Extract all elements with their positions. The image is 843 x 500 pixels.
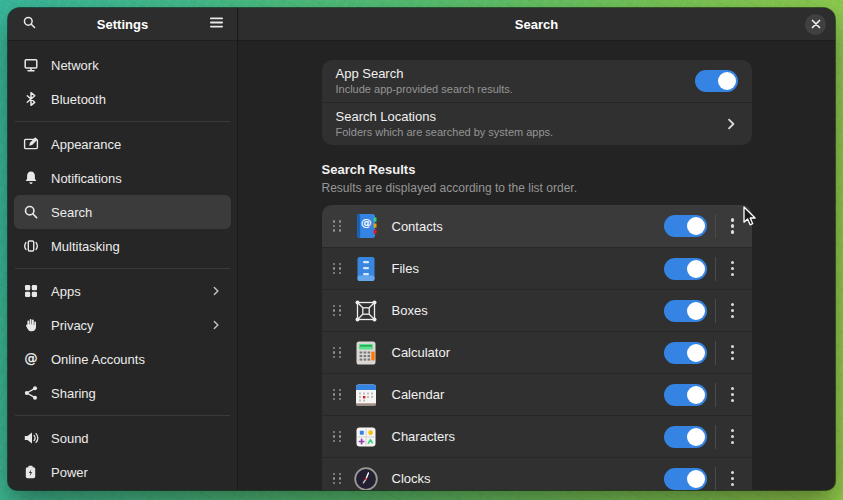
sidebar-item-label: Network — [51, 58, 99, 73]
network-icon — [23, 57, 39, 73]
result-label: Calculator — [392, 345, 664, 360]
drag-handle[interactable] — [333, 473, 342, 485]
search-button[interactable] — [15, 11, 43, 37]
result-toggle[interactable] — [664, 468, 707, 490]
result-toggle[interactable] — [664, 384, 707, 406]
battery-icon — [23, 464, 39, 480]
result-label: Files — [392, 261, 664, 276]
drag-handle[interactable] — [333, 431, 342, 443]
svg-text:@: @ — [24, 351, 38, 366]
result-label: Clocks — [392, 471, 664, 486]
kebab-menu-button[interactable] — [724, 214, 742, 237]
sidebar-separator — [15, 415, 230, 416]
result-label: Characters — [392, 429, 664, 444]
result-toggle[interactable] — [664, 300, 707, 322]
result-label: Boxes — [392, 303, 664, 318]
desktop-background: Settings Network — [0, 0, 843, 500]
page-title: Search — [238, 17, 835, 32]
drag-handle[interactable] — [333, 263, 342, 275]
kebab-menu-button[interactable] — [724, 341, 742, 364]
sidebar-item-sound[interactable]: Sound — [14, 421, 231, 455]
kebab-menu-button[interactable] — [724, 467, 742, 490]
sidebar-nav: Network Bluetooth Appearance — [8, 41, 237, 490]
kebab-menu-button[interactable] — [724, 425, 742, 448]
calendar-app-icon — [353, 382, 379, 408]
result-row-contacts: @ Contacts — [322, 205, 752, 247]
result-toggle[interactable] — [664, 258, 707, 280]
characters-app-icon — [353, 424, 379, 450]
search-icon — [23, 204, 39, 220]
kebab-menu-button[interactable] — [724, 299, 742, 322]
result-toggle[interactable] — [664, 342, 707, 364]
result-row-calendar: Calendar — [322, 373, 752, 415]
settings-window: Settings Network — [8, 8, 835, 490]
result-toggle[interactable] — [664, 426, 707, 448]
sidebar-item-apps[interactable]: Apps — [14, 274, 231, 308]
row-divider — [715, 425, 716, 449]
row-divider — [715, 341, 716, 365]
result-label: Calendar — [392, 387, 664, 402]
sidebar-separator — [15, 268, 230, 269]
apps-grid-icon — [23, 283, 39, 299]
sidebar-item-online-accounts[interactable]: @ Online Accounts — [14, 342, 231, 376]
sidebar-item-bluetooth[interactable]: Bluetooth — [14, 82, 231, 116]
drag-handle[interactable] — [333, 305, 342, 317]
sidebar-item-privacy[interactable]: Privacy — [14, 308, 231, 342]
sidebar-item-appearance[interactable]: Appearance — [14, 127, 231, 161]
kebab-menu-button[interactable] — [724, 383, 742, 406]
drag-handle[interactable] — [333, 347, 342, 359]
result-toggle[interactable] — [664, 215, 707, 237]
search-results-heading: Search Results — [322, 161, 752, 178]
notifications-bell-icon — [23, 170, 39, 186]
app-search-row: App Search Include app-provided search r… — [322, 60, 752, 102]
appearance-icon — [23, 136, 39, 152]
sidebar-item-label: Sharing — [51, 386, 96, 401]
main-pane: Search App Search Include app-provided s — [237, 8, 835, 490]
result-row-files: Files — [322, 247, 752, 289]
clocks-app-icon — [353, 466, 379, 491]
close-button[interactable] — [805, 14, 826, 35]
result-row-calculator: Calculator — [322, 331, 752, 373]
result-row-boxes: Boxes — [322, 289, 752, 331]
boxes-app-icon — [353, 298, 379, 324]
sidebar-item-sharing[interactable]: Sharing — [14, 376, 231, 410]
chevron-right-icon — [210, 319, 222, 331]
chevron-right-icon — [210, 285, 222, 297]
sidebar-item-power[interactable]: Power — [14, 455, 231, 489]
row-divider — [715, 257, 716, 281]
kebab-menu-button[interactable] — [724, 257, 742, 280]
sidebar-item-label: Bluetooth — [51, 92, 106, 107]
main-titlebar: Search — [238, 8, 835, 41]
files-app-icon — [353, 256, 379, 282]
share-icon — [23, 385, 39, 401]
sidebar-item-multitasking[interactable]: Multitasking — [14, 229, 231, 263]
search-locations-title: Search Locations — [336, 109, 716, 125]
app-search-toggle[interactable] — [695, 70, 738, 92]
svg-text:@: @ — [360, 216, 371, 229]
sidebar-item-search[interactable]: Search — [14, 195, 231, 229]
drag-handle[interactable] — [333, 389, 342, 401]
sidebar-item-label: Search — [51, 205, 92, 220]
main-menu-button[interactable] — [202, 11, 230, 37]
search-options-card: App Search Include app-provided search r… — [322, 60, 752, 145]
row-divider — [715, 299, 716, 323]
close-icon — [811, 15, 821, 33]
result-row-characters: Characters — [322, 415, 752, 457]
sidebar-item-label: Apps — [51, 284, 81, 299]
multitasking-icon — [23, 238, 39, 254]
at-sign-icon: @ — [23, 351, 39, 367]
chevron-right-icon — [724, 117, 738, 131]
drag-handle[interactable] — [333, 220, 342, 232]
sidebar-separator — [15, 121, 230, 122]
sidebar-item-label: Privacy — [51, 318, 94, 333]
search-locations-subtitle: Folders which are searched by system app… — [336, 126, 716, 139]
sidebar-item-network[interactable]: Network — [14, 48, 231, 82]
sidebar-item-notifications[interactable]: Notifications — [14, 161, 231, 195]
sidebar-titlebar: Settings — [8, 8, 237, 41]
sidebar-item-label: Sound — [51, 431, 89, 446]
sidebar-item-label: Appearance — [51, 137, 121, 152]
sidebar-item-label: Multitasking — [51, 239, 120, 254]
search-locations-row[interactable]: Search Locations Folders which are searc… — [322, 102, 752, 145]
bluetooth-icon — [23, 91, 39, 107]
sidebar: Settings Network — [8, 8, 237, 490]
